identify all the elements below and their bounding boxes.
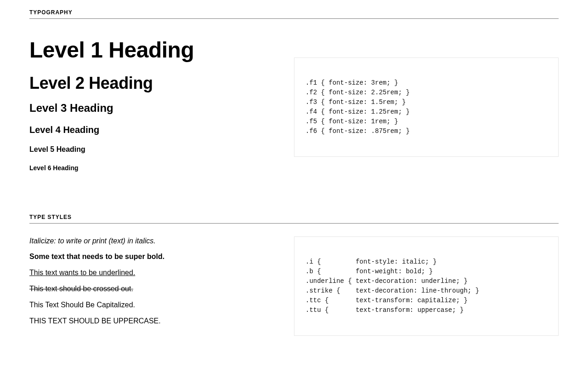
- example-uppercase: This text should be uppercase.: [29, 316, 283, 326]
- type-styles-row: Italicize: to write or print (text) in i…: [29, 236, 559, 342]
- heading-level-1: Level 1 Heading: [29, 38, 283, 63]
- example-bold: Some text that needs to be super bold.: [29, 252, 283, 262]
- section-rule: [29, 223, 559, 224]
- typography-code-column: .f1 { font-size: 3rem; } .f2 { font-size…: [294, 30, 559, 163]
- section-label-typography: Typography: [29, 9, 559, 16]
- example-italic: Italicize: to write or print (text) in i…: [29, 236, 283, 246]
- type-styles-code-block: .i { font-style: italic; } .b { font-wei…: [294, 236, 559, 336]
- heading-level-6: Level 6 Heading: [29, 164, 283, 172]
- section-label-type-styles: Type Styles: [29, 214, 559, 220]
- type-styles-code-column: .i { font-style: italic; } .b { font-wei…: [294, 236, 559, 342]
- headings-column: Level 1 Heading Level 2 Heading Level 3 …: [29, 30, 294, 182]
- type-styles-column: Italicize: to write or print (text) in i…: [29, 236, 294, 333]
- heading-level-2: Level 2 Heading: [29, 74, 283, 92]
- heading-level-3: Level 3 Heading: [29, 102, 283, 115]
- section-rule: [29, 18, 559, 19]
- heading-level-4: Level 4 Heading: [29, 124, 283, 136]
- example-capitalize: this text should be capitalized.: [29, 300, 283, 310]
- heading-level-5: Level 5 Heading: [29, 145, 283, 155]
- typography-row: Level 1 Heading Level 2 Heading Level 3 …: [29, 30, 559, 182]
- example-underline: This text wants to be underlined.: [29, 268, 283, 278]
- section-spacer: [29, 182, 559, 214]
- typography-code-block: .f1 { font-size: 3rem; } .f2 { font-size…: [294, 58, 559, 157]
- example-strike: This text should be crossed out.: [29, 284, 283, 294]
